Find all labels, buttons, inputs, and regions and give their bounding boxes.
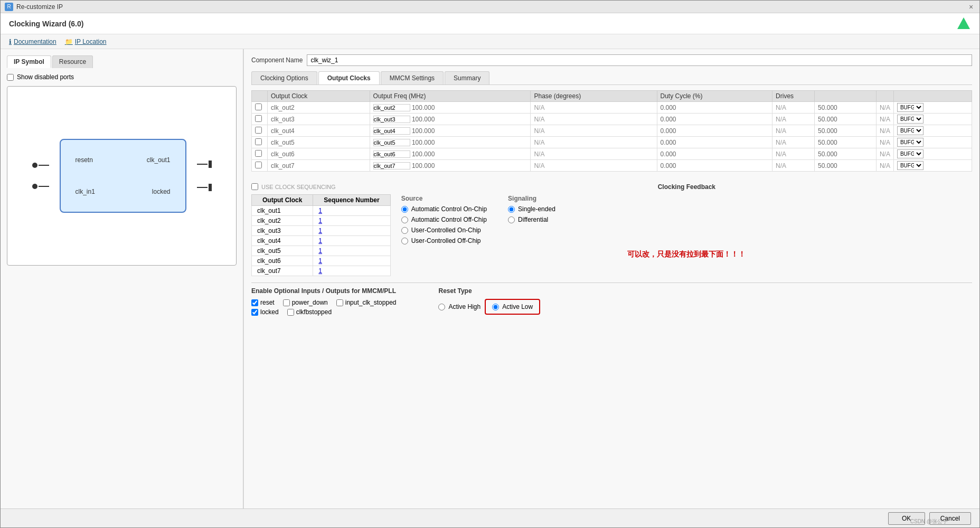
radio-auto-on-chip: Automatic Control On-Chip (401, 205, 487, 213)
resetn-label: resetn (76, 156, 93, 164)
clock-sequencing-section: USE CLOCK SEQUENCING Output Clock Sequen… (251, 183, 391, 276)
row-driver-2: BUFG (893, 102, 972, 114)
clkout6-checkbox[interactable] (255, 150, 262, 157)
source-signaling-container: Source Automatic Control On-Chip Automat… (401, 195, 972, 244)
list-item: clk_out21 (252, 216, 391, 226)
clkfbstopped-checkbox[interactable] (287, 309, 294, 316)
tab-clocking-options[interactable]: Clocking Options (251, 71, 317, 84)
clkout4-checkbox[interactable] (255, 127, 262, 134)
clkout6-driver-select[interactable]: BUFG (897, 149, 924, 158)
left-connectors (32, 163, 49, 189)
row-outname-2: 100.000 (370, 102, 531, 114)
radio-differential-label: Differential (518, 216, 548, 223)
ip-location-label: IP Location (75, 38, 107, 45)
row-duty-6: 0.000 (657, 148, 772, 160)
toolbar: ℹ Documentation 📁 IP Location (1, 34, 979, 49)
port-layout: resetn clk_out1 clk_in1 locked (61, 152, 185, 200)
seq-th-sequence-number: Sequence Number (313, 195, 390, 206)
reset-checkbox[interactable] (251, 299, 258, 306)
radio-user-on-chip-input[interactable] (401, 227, 408, 234)
row-drivesna-7: N/A (876, 160, 893, 172)
seq-val-1: 1 (313, 206, 390, 216)
inputs-outputs-group: reset power_down input_clk_stopped (251, 299, 396, 316)
component-name-row: Component Name (251, 54, 972, 66)
ip-location-button[interactable]: 📁 IP Location (65, 38, 107, 45)
enable-section: Enable Optional Inputs / Outputs for MMC… (251, 287, 972, 316)
clkout5-checkbox[interactable] (255, 138, 262, 145)
clkout3-name-input[interactable] (373, 116, 410, 123)
clkin1-label: clk_in1 (76, 188, 95, 195)
clkout4-driver-select[interactable]: BUFG (897, 126, 924, 135)
resetn-line (39, 165, 49, 166)
row-outname-5: 100.000 (370, 137, 531, 148)
list-item: clk_out31 (252, 226, 391, 236)
radio-differential-input[interactable] (508, 216, 515, 223)
tab-output-clocks[interactable]: Output Clocks (318, 71, 380, 84)
row-phase-2: N/A (531, 102, 657, 114)
tab-ip-symbol[interactable]: IP Symbol (7, 55, 51, 68)
tab-mmcm-settings[interactable]: MMCM Settings (381, 71, 444, 84)
row-phase-7: N/A (531, 160, 657, 172)
clkout7-name-input[interactable] (373, 162, 410, 169)
radio-user-off-chip-input[interactable] (401, 238, 408, 244)
documentation-button[interactable]: ℹ Documentation (9, 38, 56, 45)
seq-clkout3: clk_out3 (252, 226, 313, 236)
clkout2-checkbox[interactable] (255, 103, 262, 110)
locked-label: locked (152, 188, 171, 195)
component-name-label: Component Name (251, 56, 303, 64)
th-val (893, 91, 972, 102)
locked-checkbox[interactable] (251, 309, 258, 316)
clkout4-name-input[interactable] (373, 127, 410, 135)
clkout7-checkbox[interactable] (255, 162, 262, 168)
clkout5-driver-select[interactable]: BUFG (897, 138, 924, 147)
clkout7-driver-select[interactable]: BUFG (897, 161, 924, 170)
radio-auto-off-chip-input[interactable] (401, 216, 408, 223)
top-port-row: resetn clk_out1 (67, 156, 179, 164)
power-down-checkbox[interactable] (283, 299, 290, 306)
row-drivesna-2: N/A (876, 102, 893, 114)
left-tab-bar: IP Symbol Resource (7, 55, 237, 68)
radio-auto-on-chip-input[interactable] (401, 206, 408, 213)
row-dc-6: N/A (772, 148, 815, 160)
footer: OK Cancel (1, 508, 979, 527)
clkout3-checkbox[interactable] (255, 115, 262, 122)
row-driver-7: BUFG (893, 160, 972, 172)
radio-active-low-input[interactable] (492, 304, 499, 310)
clkout2-driver-select[interactable]: BUFG (897, 103, 924, 112)
vivado-logo (956, 16, 971, 31)
clkout2-name-input[interactable] (373, 104, 410, 111)
table-row: clk_out7 100.000 N/A 0.000 N/A 50.000 N/… (252, 160, 972, 172)
clkout6-name-input[interactable] (373, 150, 410, 158)
window-title: Re-customize IP (16, 3, 63, 11)
row-duty-5: 0.000 (657, 137, 772, 148)
radio-single-ended-input[interactable] (508, 206, 515, 213)
row-phase-4: N/A (531, 125, 657, 137)
row-outname-4: 100.000 (370, 125, 531, 137)
radio-user-off-chip-label: User-Controlled Off-Chip (411, 237, 481, 244)
clkout5-name-input[interactable] (373, 139, 410, 146)
th-check (876, 91, 893, 102)
input-clk-stopped-checkbox[interactable] (336, 299, 343, 306)
radio-auto-off-chip-label: Automatic Control Off-Chip (411, 216, 487, 223)
row-outname-6: 100.000 (370, 148, 531, 160)
clkout3-driver-select[interactable]: BUFG (897, 115, 924, 124)
enable-optional-label: Enable Optional Inputs / Outputs for MMC… (251, 287, 396, 295)
middle-section: USE CLOCK SEQUENCING Output Clock Sequen… (251, 183, 972, 276)
main-window: R Re-customize IP × Clocking Wizard (6.0… (0, 0, 980, 528)
component-name-input[interactable] (307, 54, 972, 66)
clocking-feedback-title: Clocking Feedback (401, 183, 972, 191)
tab-resource[interactable]: Resource (52, 55, 93, 68)
close-button[interactable]: × (967, 3, 975, 11)
reset-type-section: Reset Type Active High Active Low (438, 287, 540, 315)
locked-thick (209, 184, 212, 191)
row-outname-3: 100.000 (370, 114, 531, 125)
active-low-box: Active Low (485, 299, 540, 315)
clkfbstopped-item: clkfbstopped (287, 308, 332, 316)
show-disabled-ports-checkbox[interactable] (7, 74, 14, 81)
use-clock-sequencing-checkbox[interactable] (251, 183, 258, 190)
clkout1-connector (197, 161, 212, 168)
tab-summary[interactable]: Summary (445, 71, 489, 84)
radio-auto-on-chip-label: Automatic Control On-Chip (411, 205, 487, 213)
radio-active-high-input[interactable] (438, 304, 445, 310)
row-check-3 (252, 114, 268, 125)
